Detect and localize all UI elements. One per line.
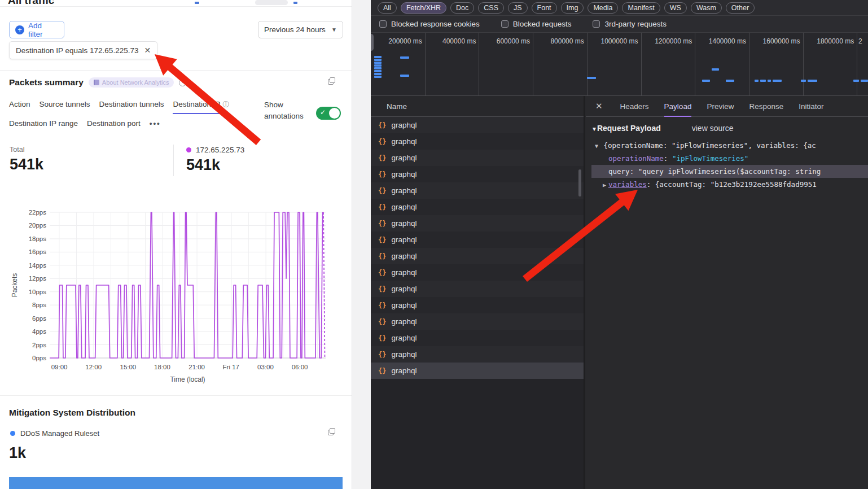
request-name: graphql bbox=[391, 137, 417, 146]
request-row-graphql[interactable]: {}graphql bbox=[371, 166, 584, 182]
mitigation-value: 1k bbox=[9, 444, 26, 462]
fetch-xhr-icon: {} bbox=[378, 318, 386, 326]
request-row-graphql[interactable]: {}graphql bbox=[371, 215, 584, 232]
mitigation-bar bbox=[9, 477, 343, 489]
collapse-arrow-icon[interactable]: ▼ bbox=[591, 126, 597, 132]
payload-root-row[interactable]: ▼ {operationName: "ipFlowTimeseries", va… bbox=[591, 139, 868, 152]
show-annotations-toggle[interactable]: ✓ bbox=[316, 107, 341, 120]
clipped-header-pill bbox=[255, 0, 288, 5]
timeline-tick-label: 200000 ms bbox=[371, 37, 422, 45]
filter-chip-font[interactable]: Font bbox=[532, 2, 557, 14]
filter-chip-wasm[interactable]: Wasm bbox=[691, 2, 722, 14]
detail-tab-payload[interactable]: Payload bbox=[664, 96, 692, 117]
request-row-graphql[interactable]: {}graphql bbox=[371, 297, 584, 313]
detail-tab-initiator[interactable]: Initiator bbox=[799, 96, 823, 117]
request-filter-checkboxes: Blocked response cookiesBlocked requests… bbox=[371, 16, 868, 33]
svg-text:22pps: 22pps bbox=[29, 209, 47, 216]
filter-chip-all[interactable]: All bbox=[378, 2, 397, 14]
name-column-header[interactable]: Name bbox=[371, 96, 584, 117]
timeline-request-bar bbox=[768, 80, 771, 82]
request-row-graphql[interactable]: {}graphql bbox=[371, 346, 584, 363]
request-name: graphql bbox=[391, 235, 417, 244]
filter-chip-ws[interactable]: WS bbox=[664, 2, 687, 14]
about-network-analytics-badge[interactable]: About Network Analytics bbox=[89, 77, 174, 88]
clipped-header-icon bbox=[293, 2, 297, 4]
request-rows: {}graphql{}graphql{}graphql{}graphql{}gr… bbox=[371, 117, 584, 379]
request-row-graphql[interactable]: {}graphql bbox=[371, 281, 584, 297]
tab-source-tunnels[interactable]: Source tunnels bbox=[40, 100, 90, 112]
tab-destination-ip[interactable]: Destination IPⓘ bbox=[173, 100, 229, 114]
filter-chip-js[interactable]: JS bbox=[508, 2, 528, 14]
filter-chip-css[interactable]: CSS bbox=[478, 2, 504, 14]
expand-arrow-icon[interactable]: ▶ bbox=[591, 178, 608, 191]
view-source-link[interactable]: view source bbox=[692, 124, 734, 133]
timeline-request-bar bbox=[801, 80, 806, 82]
svg-text:09:00: 09:00 bbox=[51, 364, 68, 370]
dimension-tabs-row2: Destination IP rangeDestination port••• bbox=[9, 119, 161, 131]
request-row-graphql[interactable]: {}graphql bbox=[371, 313, 584, 330]
fetch-xhr-icon: {} bbox=[378, 351, 386, 359]
payload-row-variables[interactable]: ▶variables: {accountTag: "b12e3b2192ee55… bbox=[591, 178, 868, 191]
payload-row-operationName[interactable]: operationName: "ipFlowTimeseries" bbox=[591, 152, 868, 165]
tab-destination-ip-range[interactable]: Destination IP range bbox=[9, 119, 78, 131]
filter-chip-media[interactable]: Media bbox=[588, 2, 618, 14]
request-name: graphql bbox=[391, 170, 417, 178]
svg-text:0pps: 0pps bbox=[32, 355, 46, 361]
svg-text:18pps: 18pps bbox=[29, 235, 47, 242]
tab-destination-port[interactable]: Destination port bbox=[87, 119, 141, 131]
detail-tab-headers[interactable]: Headers bbox=[620, 96, 649, 117]
expand-card-icon[interactable] bbox=[328, 428, 335, 435]
timeline-request-bar bbox=[374, 59, 382, 61]
svg-text:16pps: 16pps bbox=[29, 248, 47, 255]
request-row-graphql[interactable]: {}graphql bbox=[371, 330, 584, 346]
fetch-xhr-icon: {} bbox=[378, 236, 386, 244]
request-row-graphql[interactable]: {}graphql bbox=[371, 182, 584, 199]
filter-chip-fetch-xhr[interactable]: Fetch/XHR bbox=[401, 2, 446, 14]
active-filter-chip[interactable]: Destination IP equals 172.65.225.73 ✕ bbox=[9, 41, 157, 59]
request-row-graphql[interactable]: {}graphql bbox=[371, 232, 584, 248]
expand-card-icon[interactable] bbox=[328, 77, 335, 85]
remove-filter-icon[interactable]: ✕ bbox=[144, 46, 151, 55]
request-row-graphql[interactable]: {}graphql bbox=[371, 248, 584, 264]
timeline-tick-label: 1800000 ms bbox=[803, 37, 854, 45]
time-range-dropdown[interactable]: Previous 24 hours ▼ bbox=[258, 21, 343, 38]
timeline-request-bar bbox=[374, 56, 382, 58]
request-row-graphql[interactable]: {}graphql bbox=[371, 133, 584, 150]
tab-destination-tunnels[interactable]: Destination tunnels bbox=[99, 100, 164, 112]
checkbox-blocked-requests[interactable]: Blocked requests bbox=[501, 20, 572, 28]
payload-pane: ▼Request Payloadview source ▼ {operation… bbox=[586, 117, 868, 191]
request-row-graphql[interactable]: {}graphql bbox=[371, 199, 584, 215]
request-row-graphql[interactable]: {}graphql bbox=[371, 117, 584, 133]
tab-action[interactable]: Action bbox=[9, 100, 30, 112]
time-range-label: Previous 24 hours bbox=[264, 25, 326, 34]
check-icon: ✓ bbox=[320, 108, 326, 116]
filter-chip-img[interactable]: Img bbox=[561, 2, 584, 14]
request-name: graphql bbox=[391, 252, 417, 260]
request-list-panel: Name {}graphql{}graphql{}graphql{}graphq… bbox=[371, 96, 585, 489]
request-row-graphql[interactable]: {}graphql bbox=[371, 363, 584, 379]
request-row-graphql[interactable]: {}graphql bbox=[371, 150, 584, 166]
detail-tab-preview[interactable]: Preview bbox=[707, 96, 734, 117]
checkbox-3rd-party-requests[interactable]: 3rd-party requests bbox=[593, 20, 667, 28]
stat-total: Total 541k bbox=[10, 146, 43, 173]
filter-chip-doc[interactable]: Doc bbox=[450, 2, 474, 14]
checkbox-blocked-response-cookies[interactable]: Blocked response cookies bbox=[379, 20, 480, 28]
payload-row-query[interactable]: query: "query ipFlowTimeseries($accountT… bbox=[591, 165, 868, 178]
more-tabs-button[interactable]: ••• bbox=[150, 119, 161, 128]
request-row-graphql[interactable]: {}graphql bbox=[371, 264, 584, 281]
filter-chip-manifest[interactable]: Manifest bbox=[622, 2, 660, 14]
network-overview-timeline[interactable]: 200000 ms400000 ms600000 ms800000 ms1000… bbox=[371, 33, 868, 96]
request-list-scrollbar[interactable] bbox=[578, 169, 581, 197]
packets-timeseries-chart[interactable]: 0pps2pps4pps6pps8pps10pps12pps14pps16pps… bbox=[9, 204, 343, 390]
timeline-tick-label: 1400000 ms bbox=[695, 37, 746, 45]
timeline-request-bar bbox=[808, 80, 817, 82]
close-detail-icon[interactable]: ✕ bbox=[595, 101, 603, 111]
fetch-xhr-icon: {} bbox=[378, 154, 386, 162]
svg-text:8pps: 8pps bbox=[32, 302, 46, 308]
add-filter-button[interactable]: + Add filter bbox=[9, 21, 64, 38]
request-name: graphql bbox=[391, 317, 417, 326]
timeline-tick-label: 1000000 ms bbox=[588, 37, 638, 45]
detail-tab-response[interactable]: Response bbox=[749, 96, 783, 117]
filter-chip-other[interactable]: Other bbox=[726, 2, 755, 14]
ddos-legend-dot bbox=[10, 431, 15, 436]
